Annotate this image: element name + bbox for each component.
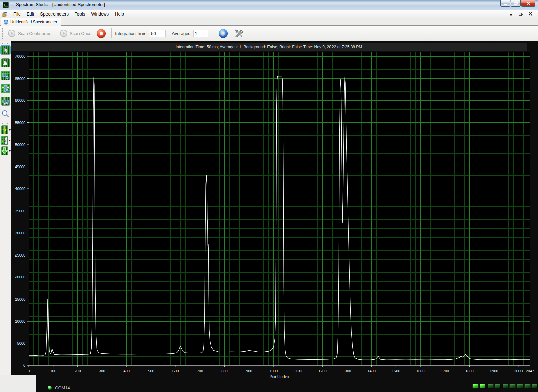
pointer-icon	[1, 46, 10, 54]
svg-text:400: 400	[124, 369, 130, 373]
menu-help[interactable]: Help	[112, 11, 127, 17]
svg-text:Pixel Index: Pixel Index	[270, 374, 289, 379]
zoom-out-button[interactable]	[1, 110, 10, 119]
menu-windows[interactable]: Windows	[88, 11, 112, 17]
svg-text:200: 200	[74, 369, 81, 373]
pan-tool-button[interactable]	[1, 58, 10, 67]
svg-text:2047: 2047	[526, 369, 534, 373]
svg-text:1300: 1300	[343, 369, 351, 373]
integration-time-input[interactable]	[150, 30, 166, 37]
scan-continuous-label: Scan Continuous	[18, 31, 51, 36]
mdi-close-button[interactable]	[527, 11, 533, 17]
menu-spectrometers[interactable]: Spectrometers	[37, 11, 72, 17]
svg-text:800: 800	[221, 369, 227, 373]
acquire-target-button[interactable]	[219, 29, 228, 38]
stop-button[interactable]	[97, 29, 106, 38]
svg-text:20000: 20000	[15, 275, 25, 279]
spectrum-chart[interactable]: 0500010000150002000025000300003500040000…	[11, 41, 538, 392]
tab-strip: Unidentified Spectrometer	[0, 18, 538, 26]
meter-led-icon	[495, 384, 501, 388]
svg-text:40000: 40000	[15, 187, 25, 191]
zoom-window-button[interactable]	[1, 71, 10, 80]
svg-text:55000: 55000	[15, 121, 25, 125]
download-arrow-icon	[1, 147, 8, 155]
minimize-button[interactable]	[500, 0, 510, 7]
toolbar-grip[interactable]	[2, 28, 3, 39]
close-button[interactable]	[521, 0, 535, 7]
toolstrip-grip[interactable]	[2, 122, 9, 124]
svg-text:50000: 50000	[15, 143, 25, 147]
pointer-tool-button[interactable]	[1, 46, 10, 55]
hand-icon	[1, 59, 10, 67]
svg-text:5000: 5000	[17, 341, 25, 345]
zoom-vertical-button[interactable]	[1, 97, 10, 106]
svg-text:0: 0	[23, 363, 25, 367]
play-icon	[8, 30, 15, 37]
meter-led-icon	[532, 384, 538, 388]
svg-text:45000: 45000	[15, 165, 25, 169]
signal-meter	[473, 384, 538, 388]
averages-label: Averages:	[172, 31, 191, 36]
integration-time-label: Integration Time:	[115, 31, 148, 36]
svg-text:500: 500	[148, 369, 154, 373]
toolstrip-grip[interactable]	[2, 42, 9, 44]
svg-text:100: 100	[50, 369, 56, 373]
menu-file[interactable]: File	[10, 11, 24, 17]
crosshair-icon	[1, 126, 8, 134]
cursor-crosshair-button[interactable]	[1, 125, 8, 134]
svg-text:1000: 1000	[270, 369, 278, 373]
meter-led-icon	[510, 384, 515, 388]
svg-text:900: 900	[246, 369, 252, 373]
tab-unidentified-spectrometer[interactable]: Unidentified Spectrometer	[1, 18, 61, 26]
ruler-dropdown-arrow[interactable]	[8, 140, 11, 141]
svg-text:1100: 1100	[294, 369, 302, 373]
menu-edit[interactable]: Edit	[24, 11, 37, 17]
crosshair-dropdown-arrow[interactable]	[8, 129, 11, 131]
svg-text:2000: 2000	[514, 369, 523, 373]
svg-text:1200: 1200	[318, 369, 326, 373]
zoom-window-icon	[1, 71, 10, 80]
svg-text:600: 600	[172, 369, 179, 373]
zoom-horizontal-button[interactable]	[1, 84, 10, 93]
svg-text:300: 300	[99, 369, 105, 373]
play-icon	[60, 30, 67, 37]
scale-ruler-button[interactable]: 2	[1, 136, 8, 145]
scan-once-label: Scan Once	[70, 31, 91, 36]
toolbar-separator	[249, 28, 249, 38]
meter-led-icon	[480, 384, 486, 388]
restore-button[interactable]	[511, 0, 521, 7]
form-icon	[2, 11, 8, 17]
spectrum-panel: Integration Time: 50 ms; Averages: 1; Ba…	[11, 41, 538, 392]
meter-led-icon	[502, 384, 508, 388]
svg-text:30000: 30000	[15, 231, 25, 235]
svg-text:700: 700	[197, 369, 203, 373]
toolbar-separator	[111, 28, 112, 38]
meter-led-icon	[517, 384, 523, 388]
scan-continuous-button[interactable]: Scan Continuous	[8, 30, 51, 37]
svg-text:25000: 25000	[15, 253, 25, 257]
mdi-restore-button[interactable]	[518, 11, 524, 17]
com-port-label: COM14	[55, 385, 70, 390]
averages-input[interactable]	[193, 30, 208, 37]
scan-once-button[interactable]: Scan Once	[60, 30, 91, 37]
window-title: Spectrum Studio - [Unidentified Spectrom…	[16, 2, 105, 7]
menu-tools[interactable]: Tools	[72, 11, 88, 17]
ruler-icon: 2	[1, 136, 8, 145]
svg-text:2: 2	[2, 140, 3, 142]
mdi-minimize-button[interactable]	[508, 11, 514, 17]
svg-text:0: 0	[28, 369, 30, 373]
svg-text:1600: 1600	[416, 369, 424, 373]
title-bar: Spectrum Studio - [Unidentified Spectrom…	[0, 0, 538, 10]
export-dropdown-arrow[interactable]	[8, 150, 11, 152]
svg-text:1400: 1400	[367, 369, 375, 373]
meter-led-icon	[487, 384, 493, 388]
statusbar-corner	[0, 375, 36, 392]
zoom-horizontal-icon	[1, 84, 10, 93]
svg-text:1500: 1500	[392, 369, 400, 373]
svg-text:1700: 1700	[441, 369, 449, 373]
menu-bar: File Edit Spectrometers Tools Windows He…	[0, 10, 538, 18]
export-save-button[interactable]	[1, 146, 8, 155]
meter-led-icon	[525, 384, 530, 388]
svg-text:65000: 65000	[15, 77, 25, 81]
settings-tools-button[interactable]	[234, 28, 244, 38]
